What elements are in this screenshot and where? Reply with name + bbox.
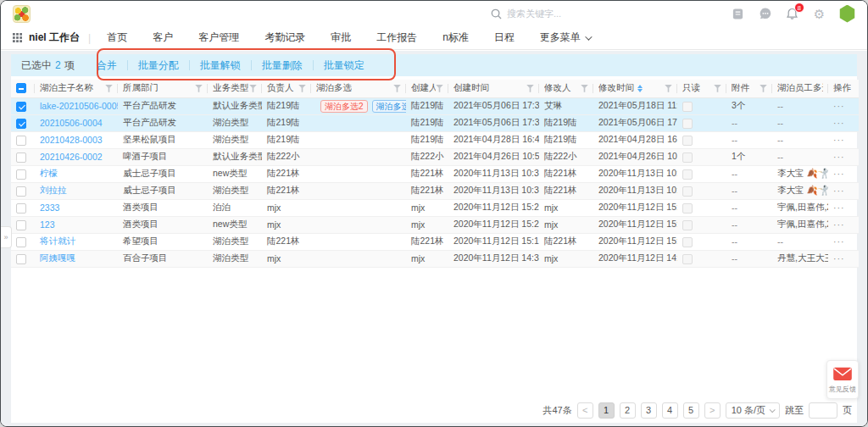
record-link[interactable]: 20210506-0004: [40, 118, 103, 128]
nav-more-menu[interactable]: 更多菜单: [527, 30, 603, 45]
page-button-5[interactable]: 5: [683, 402, 699, 419]
readonly-checkbox[interactable]: [682, 169, 693, 180]
row-checkbox[interactable]: [16, 119, 26, 129]
filter-icon[interactable]: [714, 85, 721, 92]
nav-item-3[interactable]: 客户管理: [186, 30, 252, 45]
nav-item-2[interactable]: 客户: [140, 30, 186, 45]
filter-icon[interactable]: [581, 85, 588, 92]
nav-item-1[interactable]: 首页: [94, 30, 140, 45]
app-logo[interactable]: [13, 5, 31, 23]
cell-creator: 陆221林: [406, 182, 448, 199]
filter-icon[interactable]: [526, 85, 534, 92]
col-header-attach: 附件: [726, 80, 772, 97]
row-checkbox[interactable]: [16, 254, 26, 264]
record-link[interactable]: lake-20210506-0005: [40, 101, 118, 111]
cell-name: 20210426-0002: [35, 148, 118, 165]
batch-action-2[interactable]: 批量解锁: [190, 58, 251, 73]
nav-item-4[interactable]: 考勤记录: [252, 30, 318, 45]
record-link[interactable]: 阿姨嘎嘎: [40, 252, 75, 263]
bell-icon[interactable]: 8: [785, 7, 799, 21]
row-actions-button[interactable]: ···: [833, 135, 845, 145]
cell-dept: 希望项目: [118, 233, 208, 250]
row-checkbox[interactable]: [16, 237, 26, 247]
record-link[interactable]: 刘拉拉: [40, 185, 67, 195]
readonly-checkbox[interactable]: [682, 237, 693, 247]
readonly-checkbox[interactable]: [682, 119, 693, 129]
apps-grid-icon[interactable]: [13, 33, 22, 42]
row-actions-button[interactable]: ···: [833, 186, 845, 196]
row-checkbox[interactable]: [16, 136, 26, 146]
row-checkbox[interactable]: [16, 152, 26, 163]
sort-icon[interactable]: [637, 85, 643, 92]
row-actions-button[interactable]: ···: [833, 118, 845, 128]
readonly-checkbox[interactable]: [682, 254, 693, 264]
nav-item-5[interactable]: 审批: [318, 30, 364, 45]
filter-icon[interactable]: [436, 85, 443, 92]
gear-icon[interactable]: ⚙: [812, 7, 826, 21]
avatar[interactable]: [839, 5, 855, 23]
record-link[interactable]: 2333: [40, 202, 59, 213]
col-header-created: 创建时间: [448, 80, 539, 97]
merge-button[interactable]: 合并: [86, 58, 127, 73]
readonly-checkbox[interactable]: [682, 186, 693, 197]
prev-page-button[interactable]: <: [577, 402, 593, 419]
nav-item-7[interactable]: n标准: [430, 30, 481, 45]
readonly-checkbox[interactable]: [682, 203, 693, 214]
record-link[interactable]: 将计就计: [40, 236, 75, 246]
cell-created: 2020年11月12日 15:25: [448, 199, 539, 216]
row-checkbox[interactable]: [16, 220, 26, 230]
filter-icon[interactable]: [393, 85, 401, 92]
batch-action-1[interactable]: 批量分配: [128, 58, 189, 73]
readonly-checkbox[interactable]: [682, 220, 693, 230]
filter-icon[interactable]: [249, 85, 257, 92]
nav-item-6[interactable]: 工作报告: [364, 30, 430, 45]
filter-icon[interactable]: [195, 85, 203, 92]
cell-multi-tags: [311, 182, 406, 199]
filter-icon[interactable]: [760, 85, 767, 92]
filter-icon[interactable]: [665, 85, 672, 92]
page-button-4[interactable]: 4: [662, 402, 678, 419]
row-actions-button[interactable]: ···: [833, 236, 845, 247]
select-all-checkbox[interactable]: [16, 83, 26, 93]
page-button-3[interactable]: 3: [641, 402, 657, 419]
record-link[interactable]: 柠檬: [40, 168, 58, 178]
record-link[interactable]: 123: [40, 219, 55, 230]
col-label-staff: 湖泊员工多选(无需: [777, 82, 823, 94]
page-button-1[interactable]: 1: [598, 402, 615, 419]
feedback-widget[interactable]: 意见反馈: [826, 360, 859, 399]
row-actions-button[interactable]: ···: [833, 219, 845, 230]
cell-staff: --: [772, 131, 828, 148]
readonly-checkbox[interactable]: [682, 102, 693, 112]
cell-staff: --: [772, 233, 828, 250]
chat-icon[interactable]: [758, 7, 772, 21]
page-button-2[interactable]: 2: [620, 402, 636, 419]
row-checkbox[interactable]: [16, 186, 26, 197]
cell-name: 刘拉拉: [35, 182, 118, 199]
row-actions-button[interactable]: ···: [833, 101, 845, 111]
nav-item-8[interactable]: 日程: [481, 30, 527, 45]
row-checkbox[interactable]: [16, 203, 26, 214]
batch-action-4[interactable]: 批量锁定: [314, 58, 375, 73]
row-actions-button[interactable]: ···: [833, 253, 845, 263]
cell-actions: ···: [828, 114, 859, 131]
record-link[interactable]: 20210428-0003: [40, 135, 103, 145]
search-input[interactable]: [507, 8, 617, 19]
global-search[interactable]: [491, 8, 639, 19]
record-link[interactable]: 20210426-0002: [40, 152, 103, 162]
readonly-checkbox[interactable]: [682, 152, 693, 163]
row-checkbox[interactable]: [16, 102, 26, 112]
filter-icon[interactable]: [105, 85, 113, 92]
filter-icon[interactable]: [298, 85, 306, 92]
jump-page-input[interactable]: [809, 402, 837, 419]
readonly-checkbox[interactable]: [682, 136, 693, 146]
notebook-icon[interactable]: [731, 7, 745, 21]
batch-actions: 批量分配批量解锁批量删除批量锁定: [127, 58, 375, 73]
row-actions-button[interactable]: ···: [833, 169, 845, 179]
page-size-select[interactable]: 10 条/页: [726, 402, 780, 419]
row-actions-button[interactable]: ···: [833, 202, 845, 213]
sidebar-expander[interactable]: »: [1, 226, 12, 248]
next-page-button[interactable]: >: [704, 402, 721, 419]
batch-action-3[interactable]: 批量删除: [252, 58, 313, 73]
row-actions-button[interactable]: ···: [833, 152, 845, 162]
row-checkbox[interactable]: [16, 169, 26, 180]
